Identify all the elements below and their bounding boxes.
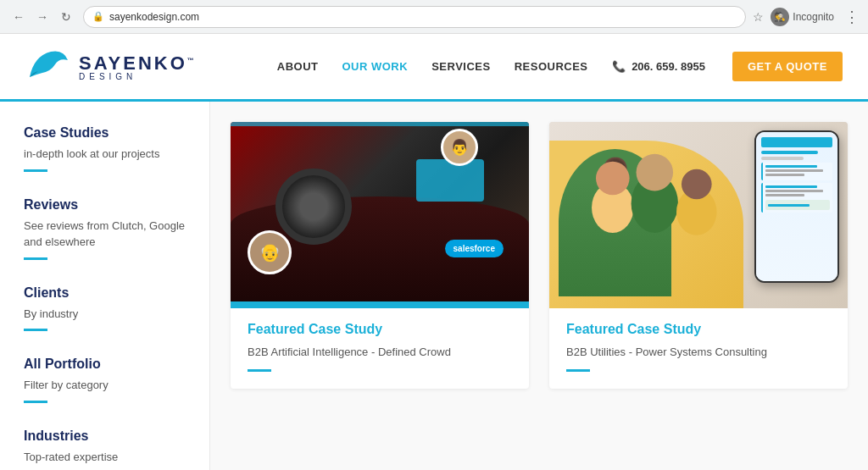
sidebar-desc-clients: By industry	[24, 306, 186, 323]
site-header: SAYENKO™ DESIGN ABOUT OUR WORK SERVICES …	[0, 34, 868, 102]
browser-menu-icon[interactable]: ⋮	[844, 8, 860, 26]
phone-header	[761, 137, 832, 147]
main-nav: ABOUT OUR WORK SERVICES RESOURCES 📞 206.…	[277, 52, 843, 81]
browser-nav-buttons: ← → ↻	[8, 7, 76, 27]
card-content-2: Featured Case Study B2B Utilities - Powe…	[549, 308, 848, 389]
phone-icon: 📞	[612, 60, 626, 73]
salesforce-badge: salesforce	[445, 240, 504, 257]
card-desc-2: B2B Utilities - Power Systems Consulting	[566, 344, 831, 361]
nav-phone: 📞 206. 659. 8955	[612, 60, 709, 73]
card-title-2[interactable]: Featured Case Study	[566, 322, 831, 337]
card-line-2	[566, 369, 590, 372]
phone-line-2	[761, 157, 804, 160]
logo-text: SAYENKO™ DESIGN	[79, 53, 197, 81]
svg-point-1	[596, 162, 630, 196]
car-interior-image	[231, 122, 529, 308]
logo[interactable]: SAYENKO™ DESIGN	[25, 47, 197, 86]
refresh-button[interactable]: ↻	[56, 7, 76, 27]
nav-resources[interactable]: RESOURCES	[515, 60, 588, 73]
blue-accent-top	[231, 122, 529, 126]
nav-our-work[interactable]: OUR WORK	[342, 60, 408, 73]
sidebar-divider-all-portfolio	[24, 401, 47, 403]
card-desc-1: B2B Artificial Intelligence - Defined Cr…	[248, 344, 512, 361]
card-content-1: Featured Case Study B2B Artificial Intel…	[231, 308, 529, 389]
sidebar-section-reviews[interactable]: Reviews See reviews from Clutch, Google …	[24, 197, 186, 260]
sidebar-section-case-studies[interactable]: Case Studies in-depth look at our projec…	[24, 125, 186, 172]
sidebar-title-reviews: Reviews	[24, 197, 186, 213]
sidebar-divider-case-studies	[24, 169, 47, 172]
sidebar-divider-clients	[24, 329, 47, 331]
phone-mockup	[754, 130, 839, 283]
get-quote-button[interactable]: GET A QUOTE	[732, 52, 843, 81]
phone-screen	[756, 132, 837, 281]
sidebar-desc-all-portfolio: Filter by category	[24, 377, 186, 394]
lock-icon: 🔒	[92, 11, 104, 22]
address-bar[interactable]: 🔒 sayenkodesign.com	[83, 6, 746, 28]
sidebar: Case Studies in-depth look at our projec…	[0, 102, 210, 470]
card-image-1: 👨 👴 salesforce	[231, 122, 529, 308]
card-line-1	[248, 369, 271, 372]
svg-point-5	[682, 169, 712, 200]
sidebar-title-industries: Industries	[24, 429, 186, 444]
back-button[interactable]: ←	[8, 7, 29, 27]
people-svg	[549, 141, 743, 308]
nav-about[interactable]: ABOUT	[277, 60, 319, 73]
card-blue-accent-1	[231, 301, 529, 308]
url-text: sayenkodesign.com	[109, 11, 737, 23]
phone-section-2	[761, 183, 832, 213]
phone-section-1	[761, 163, 832, 180]
card-title-1[interactable]: Featured Case Study	[248, 322, 512, 337]
sidebar-section-industries[interactable]: Industries Top-rated expertise	[24, 429, 186, 471]
phone-line-1	[761, 151, 818, 154]
page-body: Case Studies in-depth look at our projec…	[0, 102, 868, 470]
case-study-card-2[interactable]: 👨	[549, 122, 848, 389]
incognito-icon: 🕵	[771, 8, 789, 26]
sidebar-title-all-portfolio: All Portfolio	[24, 357, 186, 372]
sidebar-desc-industries: Top-rated expertise	[24, 449, 186, 466]
car-screen	[416, 159, 484, 202]
sidebar-divider-reviews	[24, 257, 47, 260]
sidebar-section-all-portfolio[interactable]: All Portfolio Filter by category	[24, 357, 186, 403]
avatar-2: 👴	[248, 230, 292, 274]
sidebar-section-clients[interactable]: Clients By industry	[24, 285, 186, 332]
browser-chrome: ← → ↻ 🔒 sayenkodesign.com ☆ 🕵 Incognito …	[0, 0, 868, 34]
sidebar-title-case-studies: Case Studies	[24, 125, 186, 141]
car-wheel	[275, 169, 352, 245]
incognito-badge: 🕵 Incognito	[771, 8, 834, 26]
logo-design: DESIGN	[79, 72, 197, 81]
sidebar-desc-case-studies: in-depth look at our projects	[24, 146, 186, 163]
avatar-1: 👨	[441, 129, 478, 166]
logo-bird-icon	[25, 47, 72, 86]
sidebar-desc-reviews: See reviews from Clutch, Google and else…	[24, 218, 186, 251]
incognito-label: Incognito	[793, 11, 834, 23]
svg-point-3	[637, 154, 674, 191]
nav-services[interactable]: SERVICES	[431, 60, 491, 73]
card-image-2: 👨	[549, 122, 848, 308]
sidebar-title-clients: Clients	[24, 285, 186, 301]
bookmark-icon[interactable]: ☆	[753, 10, 764, 24]
forward-button[interactable]: →	[32, 7, 53, 27]
case-study-card-1[interactable]: 👨 👴 salesforce Featured Case Study B2B A…	[231, 122, 529, 389]
main-content: 👨 👴 salesforce Featured Case Study B2B A…	[210, 102, 868, 470]
